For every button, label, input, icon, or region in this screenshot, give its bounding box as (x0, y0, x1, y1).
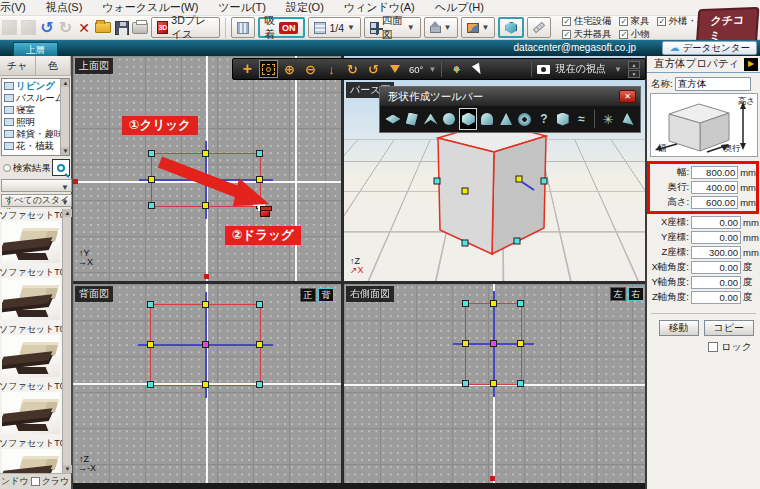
tab-texture[interactable]: チャ (0, 56, 36, 75)
zoom-region-icon[interactable] (259, 60, 278, 78)
cone-shape-icon[interactable] (497, 108, 515, 130)
close-icon[interactable]: ✕ (619, 90, 636, 103)
plane-shape-icon[interactable] (384, 108, 402, 130)
prism-shape-icon[interactable] (554, 108, 572, 130)
box-shape-icon[interactable] (459, 108, 477, 130)
category-item[interactable]: 雑貨・趣味 (2, 128, 60, 140)
field-value-input[interactable]: 600.00 (691, 196, 738, 209)
category-item[interactable]: バスルーム (2, 92, 60, 104)
field-value-input[interactable]: 300.00 (691, 246, 741, 259)
field-value-input[interactable]: 800.00 (691, 166, 738, 179)
filter-checkbox[interactable]: ✓天井器具 (562, 28, 611, 41)
roof-shape-icon[interactable] (422, 108, 440, 130)
grid-toggle-button[interactable] (231, 17, 255, 38)
resize-handle[interactable] (462, 380, 469, 387)
fov-value[interactable]: 60° (409, 64, 423, 75)
resize-handle[interactable] (462, 300, 469, 307)
pan-move-icon[interactable] (238, 60, 257, 78)
center-handle[interactable] (490, 340, 497, 347)
box-selection-back-view[interactable] (150, 304, 261, 386)
resize-handle[interactable] (517, 380, 524, 387)
field-value-input[interactable]: 0.00 (691, 291, 741, 304)
move-button[interactable]: 移動 (659, 320, 699, 336)
datacenter-button[interactable]: ☁ データセンター (662, 41, 757, 55)
copy-button[interactable]: コピー (704, 320, 754, 336)
field-value-input[interactable]: 0.00 (691, 231, 741, 244)
pan-down-icon[interactable] (322, 60, 341, 78)
panel-collapse-icon[interactable]: ▶ (744, 58, 758, 71)
back-view-button[interactable]: 背 (318, 288, 334, 302)
layer-tab[interactable]: 上層 (13, 42, 58, 56)
sphere-shape-icon[interactable] (441, 108, 459, 130)
zoom-out-icon[interactable] (301, 60, 320, 78)
resize-handle[interactable] (490, 300, 497, 307)
resize-handle[interactable] (462, 340, 469, 347)
open-folder-icon[interactable] (95, 18, 111, 38)
style-filter-dropdown[interactable]: すべてのスタイル▼ (1, 194, 72, 207)
resize-handle[interactable] (490, 380, 497, 387)
save-icon[interactable] (114, 18, 130, 38)
resize-handle[interactable] (147, 341, 154, 348)
category-item[interactable]: リビング (2, 80, 60, 92)
field-value-input[interactable]: 0.00 (691, 276, 741, 289)
menu-item[interactable]: ヘルプ(H) (435, 0, 484, 15)
navigation-mode-toggle[interactable] (498, 17, 524, 38)
cuboid-3d-object[interactable] (428, 112, 552, 262)
fov-funnel-icon[interactable] (385, 60, 404, 78)
resize-handle[interactable] (202, 381, 209, 388)
menu-item[interactable]: ウィンドウ(A) (344, 0, 415, 15)
resize-handle[interactable] (517, 340, 524, 347)
resize-handle[interactable] (202, 301, 209, 308)
box-selection-right-view[interactable] (465, 303, 522, 385)
field-value-input[interactable]: 0.00 (691, 216, 741, 229)
name-field[interactable] (675, 77, 751, 91)
cylinder-shape-icon[interactable] (478, 108, 496, 130)
lock-checkbox[interactable] (708, 342, 718, 352)
category-item[interactable]: 花・植栽 (2, 140, 60, 152)
orbit-rotate-icon[interactable] (343, 60, 362, 78)
3d-place-button[interactable]: 3D 3Dプレイス (151, 17, 219, 38)
resize-handle[interactable] (147, 381, 154, 388)
floor-display-dropdown[interactable]: ▼ (424, 17, 458, 38)
fov-dropdown-arrow[interactable]: ▼ (428, 65, 436, 74)
menu-item[interactable]: 視点(S) (46, 0, 83, 15)
furniture-item[interactable]: ソファセットT04 (0, 266, 71, 323)
viewport-back-view[interactable]: 背面図 正 背 ↑Z →-X (73, 284, 341, 483)
snap-toggle-button[interactable]: 吸着 ON (258, 17, 306, 38)
undo-icon[interactable]: ↺ (39, 18, 55, 38)
resize-handle[interactable] (147, 301, 154, 308)
pyramid-shape-icon[interactable] (618, 108, 636, 130)
furniture-item[interactable]: ソファセットT08 (0, 380, 71, 437)
tab-color[interactable]: 色 (36, 56, 72, 75)
menu-item[interactable]: ツール(T) (218, 0, 266, 15)
filter-checkbox[interactable]: ✓家具 (619, 15, 649, 28)
look-around-icon[interactable] (364, 60, 383, 78)
field-value-input[interactable]: 0.00 (691, 261, 741, 274)
category-scrollbar[interactable] (60, 79, 69, 155)
select-cursor-icon[interactable] (468, 60, 487, 78)
filter-checkbox[interactable]: ✓小物 (619, 28, 649, 41)
redo-icon[interactable]: ↻ (58, 18, 74, 38)
menu-item[interactable]: 表示(V) (0, 0, 26, 15)
shape-toolbar-titlebar[interactable]: 形状作成ツールバー ✕ (380, 87, 640, 106)
field-value-input[interactable]: 400.00 (691, 181, 738, 194)
text-shape-icon[interactable]: ? (535, 108, 553, 130)
current-viewpoint-label[interactable]: 現在の視点 (556, 62, 606, 76)
cloud-material-checkbox[interactable] (31, 477, 40, 486)
viewport-top-view[interactable]: 上面図 ①クリック ②ドラッグ ↑Y →X (73, 56, 341, 281)
furniture-item[interactable]: ソファセットT06 (0, 323, 71, 380)
resize-handle[interactable] (517, 300, 524, 307)
grid-scale-dropdown[interactable]: 1/4▼ (308, 17, 361, 38)
menu-item[interactable]: 設定(O) (286, 0, 324, 15)
resize-handle[interactable] (256, 301, 263, 308)
right-view-button[interactable]: 右 (628, 287, 644, 301)
front-view-button[interactable]: 正 (300, 288, 316, 302)
print-icon[interactable] (132, 18, 148, 38)
left-view-button[interactable]: 左 (610, 287, 626, 301)
center-handle[interactable] (202, 341, 209, 348)
resize-handle[interactable] (256, 381, 263, 388)
pipe-shape-icon[interactable]: ≈ (573, 108, 591, 130)
viewport-divider-vertical[interactable] (341, 56, 344, 483)
furniture-item[interactable]: ソファセットT02 (0, 437, 71, 473)
search-radio[interactable] (3, 164, 11, 172)
